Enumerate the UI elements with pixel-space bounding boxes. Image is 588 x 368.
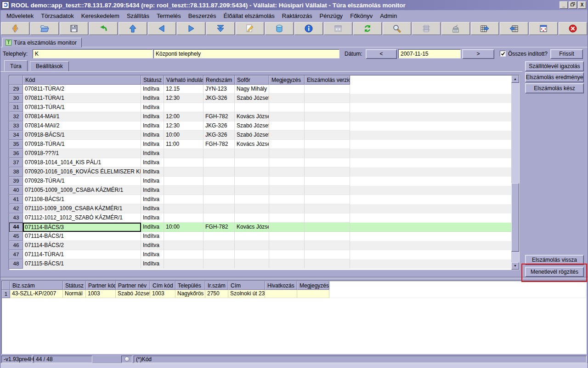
row-number[interactable]: 44 — [9, 223, 23, 232]
menu-item-p-nz-gy[interactable]: Pénzügy — [317, 11, 346, 21]
row-number[interactable]: 39 — [9, 177, 23, 186]
cell-statusz[interactable]: Indítva — [141, 204, 164, 213]
row-number[interactable]: 36 — [9, 149, 23, 158]
header-cell-sof-r[interactable]: Sofőr — [235, 75, 269, 85]
cell-indulas[interactable] — [164, 103, 204, 112]
cell-megjegyzes[interactable] — [269, 121, 305, 131]
cell-verzio[interactable] — [305, 204, 350, 213]
cell-sofor[interactable]: Nagy Mihály — [235, 85, 269, 94]
table-row[interactable]: 36070918-???/1Indítva — [9, 149, 511, 158]
cell-rendszam[interactable]: FGH-782 — [204, 223, 235, 232]
scroll-up-icon[interactable]: ▲ — [511, 75, 519, 83]
button-elsz-mol-s-k-sz[interactable]: Elszámolás kész — [525, 83, 584, 93]
cell-megjegyzes[interactable] — [269, 167, 305, 177]
header-cell-ir-sz-m[interactable]: Ir.szám — [205, 281, 228, 290]
header-cell-partner-k-d[interactable]: Partner kód — [86, 281, 116, 290]
cell-statusz[interactable]: Indítva — [141, 112, 164, 121]
subtab-t-ra[interactable]: Túra — [4, 60, 28, 71]
info-button[interactable] — [294, 22, 323, 35]
minimize-button[interactable]: _ — [560, 1, 568, 9]
cell-statusz[interactable]: Normál — [63, 290, 86, 298]
cell-verzio[interactable] — [305, 250, 350, 259]
cell-megjegyzes[interactable] — [269, 158, 305, 167]
cell-pkod[interactable]: 1003 — [86, 290, 116, 298]
cell-cim[interactable]: Szolnoki út 23. — [228, 290, 265, 298]
cell-statusz[interactable]: Indítva — [141, 213, 164, 223]
header-cell-st-tusz[interactable]: Státusz — [63, 281, 86, 290]
cell-sofor[interactable] — [235, 250, 269, 259]
cell-kod[interactable]: 070918-1014_1014_KIS PÁL/1 — [23, 158, 141, 167]
cell-megjegyzes[interactable] — [269, 204, 305, 213]
cell-rendszam[interactable]: JKG-326 — [204, 131, 235, 140]
restore-button[interactable] — [569, 1, 577, 9]
cell-statusz[interactable]: Indítva — [141, 85, 164, 94]
button-elsz-mol-s-eredm-nye[interactable]: Elszámolás eredménye — [525, 72, 584, 82]
table-row[interactable]: 47071114-TÚRA/1Indítva — [9, 250, 511, 259]
cell-indulas[interactable]: 12.15 — [164, 85, 204, 94]
cell-statusz[interactable]: Indítva — [141, 177, 164, 186]
cell-statusz[interactable]: Indítva — [141, 195, 164, 204]
cell-verzio[interactable] — [305, 186, 350, 195]
cell-verzio[interactable] — [305, 140, 350, 149]
cell-verzio[interactable] — [305, 195, 350, 204]
header-cell-k-d[interactable]: Kód — [23, 75, 141, 85]
database-button[interactable] — [265, 22, 294, 35]
run-button[interactable] — [1, 22, 29, 35]
cell-kod[interactable]: 071114-BÁCS/2 — [23, 241, 141, 250]
cell-verzio[interactable] — [305, 167, 350, 177]
table-row[interactable]: 41071108-BÁCS/1Indítva — [9, 195, 511, 204]
cell-statusz[interactable]: Indítva — [141, 140, 164, 149]
cell-sofor[interactable] — [235, 241, 269, 250]
cell-rendszam[interactable]: FGH-782 — [204, 112, 235, 121]
scrollbar-thumb[interactable] — [511, 183, 519, 251]
header-cell-rendsz-m[interactable]: Rendszám — [204, 75, 235, 85]
telephely-name-input[interactable]: Központi telephely — [153, 49, 339, 58]
subtab-be-ll-t-sok[interactable]: Beállítások — [30, 61, 69, 71]
row-number[interactable]: 42 — [9, 204, 23, 213]
menu-item-termel-s[interactable]: Termelés — [153, 11, 184, 21]
cell-kod[interactable]: 071112-1012_1012_SZABÓ KÁZMÉR/1 — [23, 213, 141, 223]
row-number[interactable]: 34 — [9, 131, 23, 140]
cell-megjegyzes[interactable] — [269, 223, 305, 232]
cell-kod[interactable]: 070920-1016_1016_KOVÁCS ÉLELMISZER KFT/1 — [23, 167, 141, 177]
cell-megjegyzes[interactable] — [269, 232, 305, 241]
row-number[interactable]: 31 — [9, 103, 23, 112]
cell-verzio[interactable] — [305, 121, 350, 131]
cell-telepules[interactable]: Nagykőrös — [175, 290, 205, 298]
menu-item-rakt-roz-s[interactable]: Raktározás — [279, 11, 316, 21]
cell-sofor[interactable] — [235, 204, 269, 213]
cell-kod[interactable]: 070928-TÚRA/1 — [23, 177, 141, 186]
search-button[interactable] — [383, 22, 411, 35]
cell-indulas[interactable] — [164, 149, 204, 158]
cell-verzio[interactable] — [305, 223, 350, 232]
cell-biz[interactable]: 43-SZLL-KP/2007 — [10, 290, 63, 298]
cell-rendszam[interactable]: JKG-326 — [204, 94, 235, 103]
cell-rendszam[interactable]: FGH-782 — [204, 140, 235, 149]
row-number[interactable]: 47 — [9, 250, 23, 259]
header-cell-hivatkoz-s[interactable]: Hivatkozás — [265, 281, 297, 290]
cell-rendszam[interactable] — [204, 149, 235, 158]
date-input[interactable]: 2007-11-15 — [398, 49, 461, 58]
cell-statusz[interactable]: Indítva — [141, 131, 164, 140]
cell-rendszam[interactable] — [204, 177, 235, 186]
cell-statusz[interactable]: Indítva — [141, 158, 164, 167]
table-row[interactable]: 35070918-TÚRA/1Indítva11:00FGH-782Kovács… — [9, 140, 511, 149]
table-row[interactable]: 42071110-1009_1009_CSABA KÁZMÉR/1Indítva — [9, 204, 511, 213]
row-number[interactable]: 41 — [9, 195, 23, 204]
prior-record-button[interactable] — [148, 22, 176, 35]
cell-megjegyzes[interactable] — [269, 94, 305, 103]
cell-indulas[interactable] — [164, 204, 204, 213]
cell-megjegyzes[interactable] — [269, 250, 305, 259]
cell-verzio[interactable] — [305, 85, 350, 94]
table-row[interactable]: 33070814-MAI/2Indítva12:30JKG-326Szabó J… — [9, 121, 511, 131]
cell-verzio[interactable] — [305, 158, 350, 167]
osszes-inditott-checkbox[interactable] — [500, 51, 506, 57]
menu-item-beszerz-s[interactable]: Beszerzés — [185, 11, 220, 21]
cell-sofor[interactable]: Kovács József — [235, 223, 269, 232]
table-row[interactable]: 48071115-BÁCS/1Indítva — [9, 259, 511, 269]
save-button[interactable] — [60, 22, 88, 35]
cell-sofor[interactable]: Kovács József — [235, 112, 269, 121]
refresh-button[interactable] — [353, 22, 382, 35]
cell-rendszam[interactable] — [204, 204, 235, 213]
table-row[interactable]: 32070814-MAI/1Indítva12:00FGH-782Kovács … — [9, 112, 511, 121]
